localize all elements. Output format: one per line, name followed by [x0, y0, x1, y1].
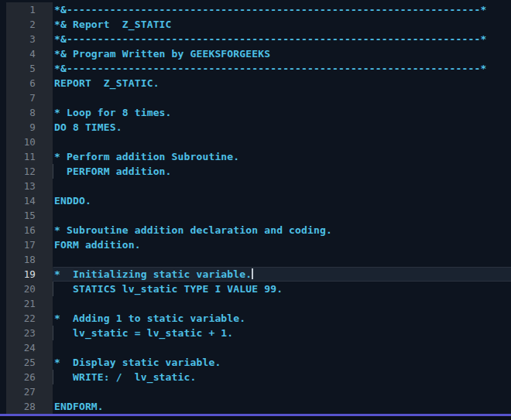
code-line[interactable]: 23 lv_static = lv_static + 1. [0, 326, 511, 340]
code-line-text[interactable]: WRITE: / lv_static. [53, 370, 511, 384]
code-line-text[interactable] [53, 135, 511, 149]
line-number[interactable]: 13 [6, 179, 53, 193]
code-line-text[interactable] [53, 90, 511, 105]
line-number[interactable]: 17 [6, 237, 53, 252]
line-number[interactable]: 18 [6, 252, 53, 267]
code-line-text[interactable]: *&--------------------------------------… [53, 2, 511, 17]
code-line-text[interactable]: REPORT Z_STATIC. [53, 76, 511, 90]
code-line-text[interactable] [53, 208, 511, 223]
line-number[interactable]: 9 [6, 120, 53, 135]
code-line[interactable]: 4 *& Program Written by GEEKSFORGEEKS [0, 46, 511, 61]
code-line-text[interactable]: FORM addition. [53, 237, 511, 252]
code-line-text[interactable] [53, 252, 511, 267]
code-line-text[interactable] [53, 296, 511, 311]
line-number[interactable]: 22 [6, 311, 53, 326]
line-number[interactable]: 20 [6, 282, 53, 296]
line-number[interactable]: 2 [6, 17, 53, 32]
code-line-text[interactable]: ENDFORM. [53, 399, 511, 414]
code-line-text[interactable]: * Subroutine addition declaration and co… [53, 223, 511, 237]
code-line[interactable]: 27 [0, 384, 511, 399]
code-editor-window: { "app": { "kind": "code-editor", "langu… [0, 0, 511, 420]
window-bottom-edge [0, 416, 511, 420]
line-number[interactable]: 6 [6, 76, 53, 90]
line-number[interactable]: 4 [6, 46, 53, 61]
code-line[interactable]: 21 [0, 296, 511, 311]
code-line[interactable]: 5 *&------------------------------------… [0, 61, 511, 76]
code-line[interactable]: 6 REPORT Z_STATIC. [0, 76, 511, 90]
code-line[interactable]: 8 * Loop for 8 times. [0, 105, 511, 120]
code-line-text[interactable]: PERFORM addition. [53, 164, 511, 179]
code-rows: 1 *&------------------------------------… [0, 2, 511, 414]
code-line[interactable]: 19 * Initializing static variable. [0, 267, 511, 282]
line-number[interactable]: 26 [6, 370, 53, 384]
code-line-text[interactable]: * Loop for 8 times. [53, 105, 511, 120]
line-number[interactable]: 27 [6, 384, 53, 399]
code-line[interactable]: 1 *&------------------------------------… [0, 2, 511, 17]
code-line-text[interactable]: * Perform addition Subroutine. [53, 149, 511, 164]
line-number[interactable]: 21 [6, 296, 53, 311]
line-number[interactable]: 15 [6, 208, 53, 223]
line-number[interactable]: 3 [6, 32, 53, 46]
code-line[interactable]: 24 [0, 340, 511, 355]
code-line[interactable]: 25 * Display static variable. [0, 355, 511, 370]
line-number[interactable]: 1 [6, 2, 53, 17]
line-number[interactable]: 19 [6, 267, 53, 282]
line-number[interactable]: 23 [6, 326, 53, 340]
code-line-text[interactable]: * Adding 1 to static variable. [53, 311, 511, 326]
code-line-text[interactable]: ENDDO. [53, 193, 511, 208]
code-line[interactable]: 28 ENDFORM. [0, 399, 511, 414]
line-number[interactable]: 12 [6, 164, 53, 179]
code-line-text[interactable] [53, 179, 511, 193]
code-line[interactable]: 14 ENDDO. [0, 193, 511, 208]
line-number[interactable]: 11 [6, 149, 53, 164]
code-line-text[interactable]: DO 8 TIMES. [53, 120, 511, 135]
code-line[interactable]: 2 *& Report Z_STATIC [0, 17, 511, 32]
code-line[interactable]: 26 WRITE: / lv_static. [0, 370, 511, 384]
code-line[interactable]: 13 [0, 179, 511, 193]
code-line-text[interactable]: *&--------------------------------------… [53, 61, 511, 76]
code-line[interactable]: 12 PERFORM addition. [0, 164, 511, 179]
line-number[interactable]: 25 [6, 355, 53, 370]
code-line[interactable]: 15 [0, 208, 511, 223]
line-number[interactable]: 14 [6, 193, 53, 208]
code-line-text[interactable]: lv_static = lv_static + 1. [53, 326, 511, 340]
line-number[interactable]: 7 [6, 90, 53, 105]
code-line[interactable]: 11 * Perform addition Subroutine. [0, 149, 511, 164]
text-cursor [252, 268, 253, 279]
code-line[interactable]: 18 [0, 252, 511, 267]
line-number[interactable]: 16 [6, 223, 53, 237]
line-number[interactable]: 28 [6, 399, 53, 414]
code-line-text[interactable] [53, 384, 511, 399]
code-line-text[interactable]: STATICS lv_static TYPE I VALUE 99. [53, 282, 511, 296]
code-line-text[interactable] [53, 340, 511, 355]
code-line-text[interactable]: *& Program Written by GEEKSFORGEEKS [53, 46, 511, 61]
code-line[interactable]: 9 DO 8 TIMES. [0, 120, 511, 135]
code-line[interactable]: 7 [0, 90, 511, 105]
code-line[interactable]: 16 * Subroutine addition declaration and… [0, 223, 511, 237]
code-line-text[interactable]: * Display static variable. [53, 355, 511, 370]
line-number[interactable]: 10 [6, 135, 53, 149]
code-line[interactable]: 17 FORM addition. [0, 237, 511, 252]
code-line[interactable]: 22 * Adding 1 to static variable. [0, 311, 511, 326]
line-number[interactable]: 8 [6, 105, 53, 120]
code-line-text[interactable]: * Initializing static variable. [53, 267, 511, 282]
code-line[interactable]: 20 STATICS lv_static TYPE I VALUE 99. [0, 282, 511, 296]
code-line[interactable]: 3 *&------------------------------------… [0, 32, 511, 46]
code-line-text[interactable]: *& Report Z_STATIC [53, 17, 511, 32]
code-line-text[interactable]: *&--------------------------------------… [53, 32, 511, 46]
code-line[interactable]: 10 [0, 135, 511, 149]
line-number[interactable]: 24 [6, 340, 53, 355]
editor-surface[interactable]: 1 *&------------------------------------… [0, 0, 511, 420]
line-number[interactable]: 5 [6, 61, 53, 76]
